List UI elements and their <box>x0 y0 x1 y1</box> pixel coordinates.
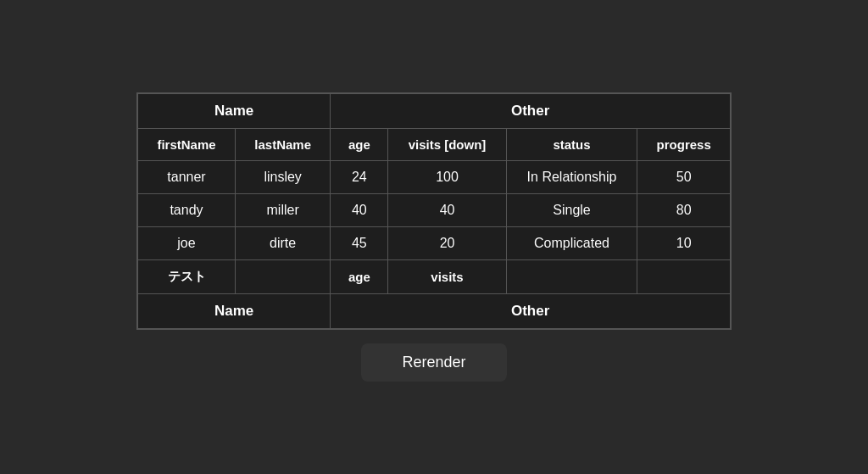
data-table: Name Other firstName lastName age visits… <box>137 93 731 329</box>
cell-visits-2: 20 <box>388 227 506 260</box>
footer-subheader-row: テスト age visits <box>138 260 731 294</box>
col-firstName: firstName <box>138 129 236 161</box>
col-progress: progress <box>637 129 731 161</box>
cell-lastName-2: dirte <box>236 227 331 260</box>
subheader-row: firstName lastName age visits [down] sta… <box>138 129 731 161</box>
cell-progress-2: 10 <box>637 227 731 260</box>
cell-progress-0: 50 <box>637 161 731 194</box>
cell-age-1: 40 <box>331 194 388 227</box>
cell-visits-0: 100 <box>388 161 506 194</box>
header-group-row: Name Other <box>138 94 731 129</box>
other-header: Other <box>331 94 731 129</box>
name-header: Name <box>138 94 331 129</box>
cell-age-0: 24 <box>331 161 388 194</box>
cell-progress-1: 80 <box>637 194 731 227</box>
col-visits: visits [down] <box>388 129 506 161</box>
col-age: age <box>331 129 388 161</box>
table-wrapper: Name Other firstName lastName age visits… <box>136 92 732 330</box>
cell-firstName-0: tanner <box>138 161 236 194</box>
footer-status <box>506 260 637 294</box>
rerender-button[interactable]: Rerender <box>361 343 506 382</box>
cell-status-2: Complicated <box>506 227 637 260</box>
cell-firstName-2: joe <box>138 227 236 260</box>
col-lastName: lastName <box>236 129 331 161</box>
footer-name-header: Name <box>138 294 331 329</box>
footer-progress <box>637 260 731 294</box>
cell-lastName-0: linsley <box>236 161 331 194</box>
table-row: tanner linsley 24 100 In Relationship 50 <box>138 161 731 194</box>
footer-age: age <box>331 260 388 294</box>
cell-visits-1: 40 <box>388 194 506 227</box>
footer-firstName: テスト <box>138 260 236 294</box>
col-status: status <box>506 129 637 161</box>
cell-lastName-1: miller <box>236 194 331 227</box>
footer-lastName <box>236 260 331 294</box>
cell-status-0: In Relationship <box>506 161 637 194</box>
footer-other-header: Other <box>331 294 731 329</box>
footer-group-row: Name Other <box>138 294 731 329</box>
table-row: joe dirte 45 20 Complicated 10 <box>138 227 731 260</box>
footer-visits: visits <box>388 260 506 294</box>
cell-age-2: 45 <box>331 227 388 260</box>
main-container: Name Other firstName lastName age visits… <box>136 92 732 382</box>
cell-status-1: Single <box>506 194 637 227</box>
table-row: tandy miller 40 40 Single 80 <box>138 194 731 227</box>
cell-firstName-1: tandy <box>138 194 236 227</box>
